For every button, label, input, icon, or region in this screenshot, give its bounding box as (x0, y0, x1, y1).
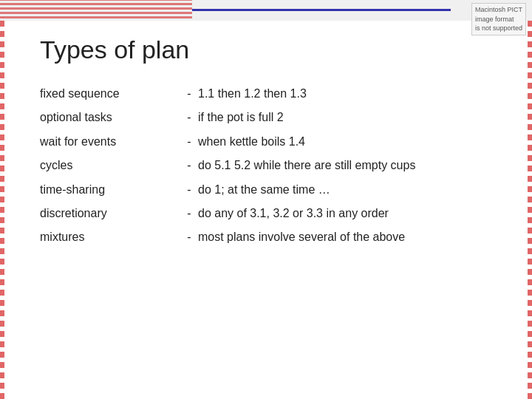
plan-description: do any of 3.1, 3.2 or 3.3 in any order (198, 202, 492, 225)
table-row: optional tasks-if the pot is full 2 (40, 106, 492, 129)
banner-blue-line (192, 9, 451, 11)
plan-description: when kettle boils 1.4 (198, 130, 492, 154)
table-row: fixed sequence-1.1 then 1.2 then 1.3 (40, 82, 492, 106)
plan-dash: - (180, 178, 198, 202)
left-accent (0, 21, 4, 399)
plan-term: mixtures (40, 225, 180, 249)
table-row: mixtures-most plans involve several of t… (40, 225, 492, 249)
plan-dash: - (180, 82, 198, 106)
plan-dash: - (180, 130, 198, 154)
plan-table: fixed sequence-1.1 then 1.2 then 1.3opti… (40, 82, 492, 250)
plan-term: wait for events (40, 130, 180, 154)
page-title: Types of plan (40, 35, 492, 64)
plan-description: 1.1 then 1.2 then 1.3 (198, 82, 492, 106)
plan-description: if the pot is full 2 (198, 106, 492, 129)
table-row: cycles-do 5.1 5.2 while there are still … (40, 154, 492, 177)
banner-decoration (0, 0, 192, 21)
right-accent (528, 21, 532, 399)
plan-description: do 1; at the same time … (198, 178, 492, 202)
plan-description: most plans involve several of the above (198, 225, 492, 249)
plan-dash: - (180, 202, 198, 225)
plan-description: do 5.1 5.2 while there are still empty c… (198, 154, 492, 177)
table-row: wait for events-when kettle boils 1.4 (40, 130, 492, 154)
plan-term: cycles (40, 154, 180, 177)
top-banner: Macintosh PICT image format is not suppo… (0, 0, 532, 21)
plan-term: fixed sequence (40, 82, 180, 106)
plan-term: optional tasks (40, 106, 180, 129)
plan-dash: - (180, 106, 198, 129)
plan-term: discretionary (40, 202, 180, 225)
plan-term: time-sharing (40, 178, 180, 202)
plan-dash: - (180, 154, 198, 177)
table-row: discretionary-do any of 3.1, 3.2 or 3.3 … (40, 202, 492, 225)
main-content: Types of plan fixed sequence-1.1 then 1.… (30, 21, 502, 257)
plan-dash: - (180, 225, 198, 249)
table-row: time-sharing-do 1; at the same time … (40, 178, 492, 202)
